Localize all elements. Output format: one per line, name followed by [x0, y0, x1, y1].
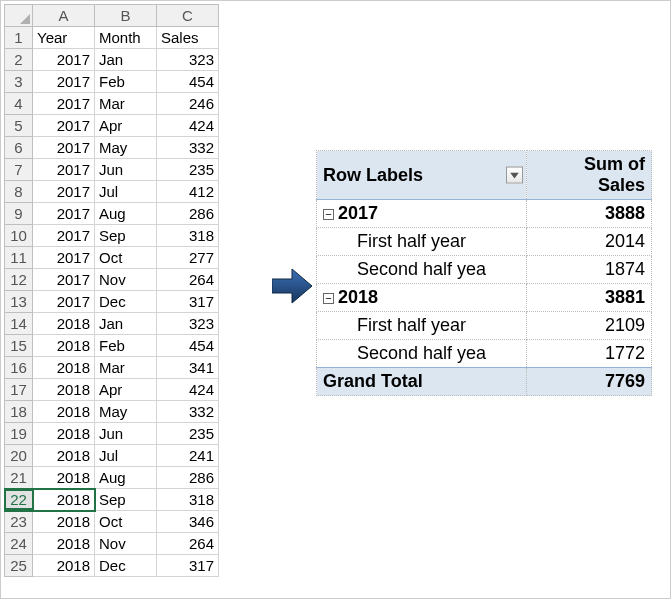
cell-month[interactable]: Feb: [95, 335, 157, 357]
cell-month[interactable]: Nov: [95, 533, 157, 555]
cell-month[interactable]: Oct: [95, 247, 157, 269]
row-header[interactable]: 18: [5, 401, 33, 423]
column-header-c[interactable]: C: [157, 5, 219, 27]
cell-sales[interactable]: 424: [157, 379, 219, 401]
cell-sales[interactable]: 412: [157, 181, 219, 203]
cell-month[interactable]: Jan: [95, 49, 157, 71]
pivot-item-label[interactable]: First half year: [317, 228, 527, 256]
cell-year[interactable]: 2017: [33, 115, 95, 137]
cell-month[interactable]: Jul: [95, 445, 157, 467]
row-header[interactable]: 9: [5, 203, 33, 225]
column-header-a[interactable]: A: [33, 5, 95, 27]
cell-year[interactable]: 2018: [33, 467, 95, 489]
cell-month[interactable]: Aug: [95, 203, 157, 225]
cell-sales[interactable]: 264: [157, 533, 219, 555]
cell-year[interactable]: 2018: [33, 335, 95, 357]
cell-sales[interactable]: 332: [157, 137, 219, 159]
cell-year[interactable]: 2018: [33, 489, 95, 511]
collapse-icon[interactable]: −: [323, 209, 334, 220]
row-header[interactable]: 21: [5, 467, 33, 489]
row-header[interactable]: 7: [5, 159, 33, 181]
cell-sales[interactable]: 323: [157, 313, 219, 335]
header-sales[interactable]: Sales: [157, 27, 219, 49]
cell-year[interactable]: 2018: [33, 511, 95, 533]
row-header[interactable]: 13: [5, 291, 33, 313]
row-header[interactable]: 10: [5, 225, 33, 247]
cell-year[interactable]: 2017: [33, 203, 95, 225]
row-header[interactable]: 19: [5, 423, 33, 445]
cell-sales[interactable]: 277: [157, 247, 219, 269]
cell-year[interactable]: 2017: [33, 49, 95, 71]
cell-sales[interactable]: 424: [157, 115, 219, 137]
row-header[interactable]: 25: [5, 555, 33, 577]
cell-year[interactable]: 2018: [33, 423, 95, 445]
cell-sales[interactable]: 235: [157, 423, 219, 445]
row-header[interactable]: 17: [5, 379, 33, 401]
cell-sales[interactable]: 454: [157, 71, 219, 93]
select-all-corner[interactable]: [5, 5, 33, 27]
cell-sales[interactable]: 454: [157, 335, 219, 357]
cell-month[interactable]: Jul: [95, 181, 157, 203]
collapse-icon[interactable]: −: [323, 293, 334, 304]
cell-year[interactable]: 2017: [33, 291, 95, 313]
cell-year[interactable]: 2017: [33, 159, 95, 181]
header-year[interactable]: Year: [33, 27, 95, 49]
cell-sales[interactable]: 286: [157, 203, 219, 225]
cell-year[interactable]: 2017: [33, 93, 95, 115]
cell-month[interactable]: Dec: [95, 291, 157, 313]
row-header[interactable]: 3: [5, 71, 33, 93]
cell-year[interactable]: 2017: [33, 137, 95, 159]
row-header[interactable]: 23: [5, 511, 33, 533]
cell-sales[interactable]: 346: [157, 511, 219, 533]
row-header[interactable]: 6: [5, 137, 33, 159]
cell-year[interactable]: 2018: [33, 313, 95, 335]
header-month[interactable]: Month: [95, 27, 157, 49]
cell-sales[interactable]: 332: [157, 401, 219, 423]
row-header[interactable]: 20: [5, 445, 33, 467]
cell-year[interactable]: 2017: [33, 225, 95, 247]
cell-month[interactable]: Dec: [95, 555, 157, 577]
row-header[interactable]: 5: [5, 115, 33, 137]
cell-sales[interactable]: 341: [157, 357, 219, 379]
cell-sales[interactable]: 318: [157, 489, 219, 511]
cell-year[interactable]: 2017: [33, 71, 95, 93]
cell-sales[interactable]: 235: [157, 159, 219, 181]
row-header[interactable]: 2: [5, 49, 33, 71]
cell-month[interactable]: Feb: [95, 71, 157, 93]
cell-month[interactable]: Jan: [95, 313, 157, 335]
row-header[interactable]: 15: [5, 335, 33, 357]
row-header[interactable]: 14: [5, 313, 33, 335]
row-header[interactable]: 24: [5, 533, 33, 555]
row-header[interactable]: 1: [5, 27, 33, 49]
row-header[interactable]: 4: [5, 93, 33, 115]
cell-year[interactable]: 2017: [33, 269, 95, 291]
cell-sales[interactable]: 323: [157, 49, 219, 71]
cell-month[interactable]: May: [95, 401, 157, 423]
cell-year[interactable]: 2018: [33, 445, 95, 467]
cell-month[interactable]: Jun: [95, 159, 157, 181]
cell-month[interactable]: Aug: [95, 467, 157, 489]
column-header-b[interactable]: B: [95, 5, 157, 27]
cell-sales[interactable]: 246: [157, 93, 219, 115]
row-header[interactable]: 8: [5, 181, 33, 203]
cell-month[interactable]: Apr: [95, 115, 157, 137]
row-header[interactable]: 11: [5, 247, 33, 269]
row-header[interactable]: 12: [5, 269, 33, 291]
cell-sales[interactable]: 286: [157, 467, 219, 489]
cell-month[interactable]: Jun: [95, 423, 157, 445]
cell-year[interactable]: 2018: [33, 555, 95, 577]
cell-month[interactable]: Mar: [95, 93, 157, 115]
cell-year[interactable]: 2018: [33, 401, 95, 423]
cell-year[interactable]: 2017: [33, 247, 95, 269]
cell-month[interactable]: Oct: [95, 511, 157, 533]
pivot-year-label[interactable]: −2017: [317, 200, 527, 228]
filter-dropdown-button[interactable]: [506, 167, 523, 184]
cell-sales[interactable]: 241: [157, 445, 219, 467]
cell-month[interactable]: Apr: [95, 379, 157, 401]
cell-sales[interactable]: 264: [157, 269, 219, 291]
cell-month[interactable]: Sep: [95, 489, 157, 511]
cell-sales[interactable]: 317: [157, 291, 219, 313]
pivot-item-label[interactable]: First half year: [317, 312, 527, 340]
cell-month[interactable]: Mar: [95, 357, 157, 379]
cell-year[interactable]: 2018: [33, 379, 95, 401]
